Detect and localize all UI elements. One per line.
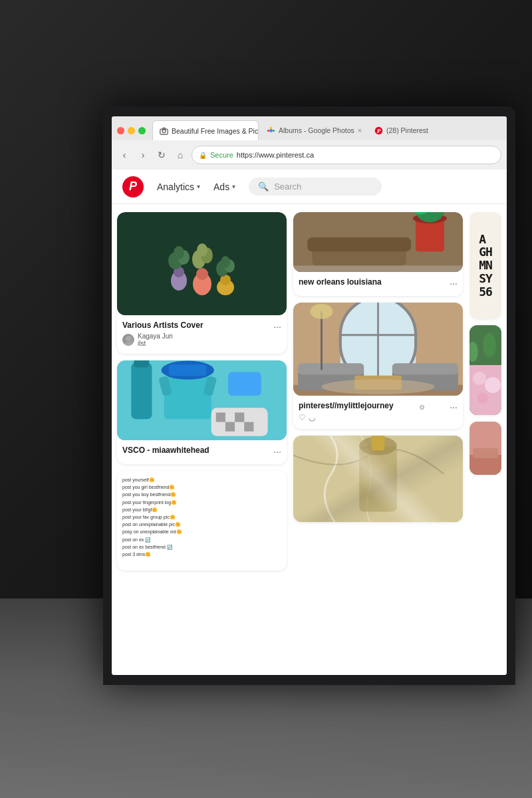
- svg-rect-40: [416, 219, 444, 252]
- minimize-traffic-light[interactable]: [128, 127, 135, 134]
- address-bar-row: ‹ › ↻ ⌂ 🔒 Secure https://www.pinterest.c…: [112, 140, 507, 170]
- more-options-button-interior[interactable]: ···: [450, 402, 458, 412]
- close-traffic-light[interactable]: [117, 127, 124, 134]
- pin-actions: ♡ ◡: [299, 413, 458, 422]
- svg-point-4: [273, 129, 275, 131]
- home-button[interactable]: ⌂: [173, 148, 188, 162]
- address-field[interactable]: 🔒 Secure https://www.pinterest.ca: [192, 146, 501, 164]
- interior-svg: [293, 303, 463, 396]
- tab-label: Beautiful Free Images & Pictur...: [172, 127, 259, 135]
- tab-bar: Beautiful Free Images & Pictur... × Albu…: [112, 116, 507, 140]
- pin-title-new-orleans: new orleans louisiana: [299, 277, 382, 287]
- pin-title-interior: pinterest//mylittlejourney: [299, 401, 394, 410]
- svg-text:P: P: [377, 127, 381, 134]
- svg-rect-46: [293, 265, 463, 272]
- svg-point-24: [124, 342, 133, 346]
- pin-marble-image: [293, 436, 463, 522]
- back-button[interactable]: ‹: [117, 148, 132, 162]
- user-name: Kagaya Jun: [138, 332, 173, 340]
- pin-user-art-cover: Kagaya Jun ilst: [122, 332, 281, 347]
- search-bar[interactable]: 🔍 Search: [249, 178, 382, 196]
- heart-icon[interactable]: ♡: [299, 413, 306, 422]
- pink-room-svg: [469, 422, 501, 475]
- ads-nav-link[interactable]: Ads ▾: [213, 182, 235, 192]
- svg-rect-28: [164, 377, 211, 420]
- pin-card-text-list[interactable]: post yourself🌼 post you girl bestfriend🌼…: [117, 471, 287, 571]
- pin-card-new-orleans[interactable]: new orleans louisiana ···: [293, 212, 463, 296]
- text-line: post your fingerprint log🌼: [122, 499, 281, 506]
- pin-card-interior[interactable]: pinterest//mylittlejourney ⚙ ··· ♡ ◡: [293, 303, 463, 429]
- ads-chevron-icon: ▾: [232, 183, 235, 190]
- settings-icon: ⚙: [419, 404, 425, 411]
- pin-title-vsco: VSCO - miaawhitehead: [122, 446, 209, 455]
- masonry-col-1: Various Artists Cover ··· Kagaya Jun: [117, 212, 287, 571]
- browser-chrome: Beautiful Free Images & Pictur... × Albu…: [112, 116, 507, 170]
- pinterest-logo[interactable]: P: [122, 176, 144, 198]
- more-options-button-new-orleans[interactable]: ···: [450, 278, 458, 289]
- floral-svg: [469, 325, 501, 415]
- vsco-svg: [117, 360, 287, 440]
- tab-unsplash[interactable]: Beautiful Free Images & Pictur... ×: [152, 120, 259, 140]
- traffic-lights: [117, 127, 146, 134]
- tab-label: Albums - Google Photos: [279, 126, 354, 134]
- pin-meta-vsco: VSCO - miaawhitehead ···: [122, 446, 281, 458]
- svg-rect-38: [228, 372, 261, 396]
- svg-rect-45: [307, 237, 411, 251]
- svg-point-61: [311, 304, 333, 319]
- more-options-button[interactable]: ···: [273, 321, 281, 332]
- svg-rect-76: [473, 448, 498, 458]
- analytics-label: Analytics: [157, 182, 194, 192]
- text-line: post your fav group pic🌼: [122, 513, 281, 521]
- svg-point-12: [174, 246, 184, 259]
- marble-veins: [293, 436, 463, 522]
- pin-card-art-cover[interactable]: Various Artists Cover ··· Kagaya Jun: [117, 212, 287, 354]
- pin-interior-image: [293, 303, 463, 396]
- analytics-nav-link[interactable]: Analytics ▾: [157, 182, 200, 192]
- pinterest-nav: P Analytics ▾ Ads ▾ 🔍 Search: [112, 170, 507, 204]
- svg-point-5: [270, 126, 272, 128]
- search-placeholder: Search: [274, 182, 301, 192]
- tab-google-photos[interactable]: Albums - Google Photos ×: [260, 120, 366, 140]
- more-options-button-vsco[interactable]: ···: [273, 446, 281, 457]
- pin-title-art-cover: Various Artists Cover: [122, 321, 203, 330]
- pin-typography-image: A GH MN SY 56: [469, 212, 501, 319]
- photos-icon: [267, 126, 275, 135]
- refresh-button[interactable]: ↻: [154, 148, 169, 162]
- forward-button[interactable]: ›: [136, 148, 150, 162]
- search-icon: 🔍: [258, 182, 269, 192]
- svg-rect-27: [134, 360, 150, 367]
- pin-info-art-cover: Various Artists Cover ··· Kagaya Jun: [117, 315, 287, 354]
- pin-text-image: post yourself🌼 post you girl bestfriend🌼…: [117, 471, 287, 571]
- pin-card-marble[interactable]: [293, 436, 463, 522]
- user-avatar: [122, 334, 134, 346]
- masonry-col-3-partial: A GH MN SY 56: [469, 212, 501, 571]
- svg-rect-32: [169, 364, 207, 376]
- react-icon[interactable]: ◡: [309, 413, 315, 422]
- ads-label: Ads: [213, 182, 229, 192]
- svg-rect-26: [131, 362, 152, 419]
- tab-pinterest[interactable]: P (28) Pinterest: [368, 120, 435, 140]
- pin-card-typography-partial[interactable]: A GH MN SY 56: [469, 212, 501, 319]
- pin-art-cover-image: [117, 212, 287, 315]
- camera-icon: [160, 126, 168, 135]
- secure-label: Secure: [210, 151, 233, 159]
- pin-info-interior: pinterest//mylittlejourney ⚙ ··· ♡ ◡: [293, 396, 463, 429]
- text-line: post 3 dms🌼: [122, 551, 281, 558]
- maximize-traffic-light[interactable]: [138, 127, 146, 134]
- masonry-col-2: new orleans louisiana ···: [293, 212, 463, 571]
- pin-meta-new-orleans: new orleans louisiana ···: [299, 277, 458, 289]
- svg-point-3: [267, 129, 269, 131]
- masonry-container[interactable]: Various Artists Cover ··· Kagaya Jun: [112, 204, 507, 675]
- svg-point-70: [485, 377, 501, 393]
- pin-new-orleans-image: [293, 212, 463, 272]
- analytics-chevron-icon: ▾: [197, 183, 200, 190]
- pin-card-floral-partial[interactable]: [469, 325, 501, 415]
- text-line: posy on unexplainable vid🌼: [122, 528, 281, 535]
- tab-label: (28) Pinterest: [386, 126, 428, 134]
- pin-card-pink-room-partial[interactable]: [469, 422, 501, 475]
- pin-card-vsco[interactable]: VSCO - miaawhitehead ···: [117, 360, 287, 464]
- new-orleans-svg: [293, 212, 463, 272]
- tab-close-button[interactable]: ×: [358, 126, 362, 134]
- art-cover-svg: [162, 221, 242, 307]
- svg-point-22: [221, 256, 230, 268]
